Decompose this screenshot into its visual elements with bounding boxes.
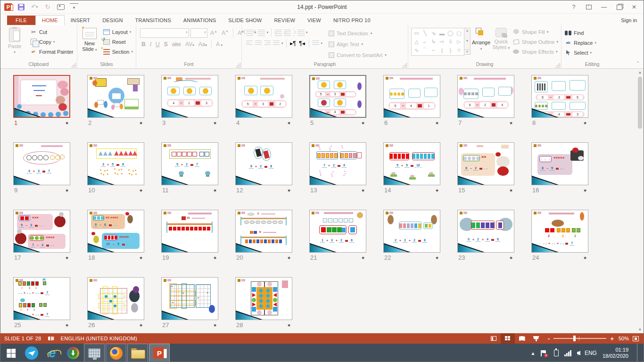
slide-thumbnail-14[interactable]: 5+51014★	[383, 142, 440, 194]
tab-design[interactable]: DESIGN	[96, 16, 129, 25]
volume-icon[interactable]: )	[577, 351, 579, 355]
idm[interactable]	[63, 344, 83, 362]
curve-icon[interactable]: ～	[429, 46, 438, 54]
select-button[interactable]: Select▾	[564, 49, 596, 57]
slide-thumbnail-6[interactable]: 5−416★	[383, 75, 440, 126]
sorter-scrollbar[interactable]: ▲ ▼	[636, 69, 644, 333]
section-button[interactable]: Section▾	[103, 48, 133, 56]
language-indicator[interactable]: ENGLISH (UNITED KINGDOM)	[57, 336, 141, 341]
tab-view[interactable]: VIEW	[301, 16, 327, 25]
right-arrow-icon[interactable]: ⇨	[438, 38, 446, 46]
convert-to-smartart-button[interactable]: Convert to SmartArt▾	[329, 50, 387, 59]
scroll-down-icon[interactable]: ▼	[638, 326, 642, 333]
italic-button[interactable]: I	[149, 41, 153, 48]
restore-button[interactable]	[612, 2, 626, 12]
font-color-button[interactable]: A ▾	[215, 41, 224, 48]
slide-thumbnail-5[interactable]: 5−34−45★	[309, 75, 366, 126]
zoom-slider[interactable]	[553, 338, 606, 339]
decrease-indent-button[interactable]	[274, 29, 282, 36]
tab-nitro-pro-10[interactable]: NITRO PRO 10	[327, 16, 377, 25]
ribbon-display-options-button[interactable]	[582, 2, 595, 12]
slide-thumbnail-21[interactable]: 1+3+2621★	[309, 210, 366, 261]
elbow-arrow-connector-icon[interactable]: ↳	[429, 38, 438, 46]
undo-dropdown-icon[interactable]: ▾	[36, 5, 38, 9]
zoom-percentage[interactable]: 50%	[619, 336, 631, 341]
on-screen-keyboard[interactable]	[84, 344, 105, 362]
shape-outline-button[interactable]: Shape Outline▾	[512, 38, 558, 46]
layout-button[interactable]: Layout▾	[103, 28, 133, 36]
quick-styles-button[interactable]: QuickStyles ▾	[492, 26, 511, 60]
battery-icon[interactable]	[554, 350, 559, 356]
slide-thumbnail-3[interactable]: 4−133★	[161, 75, 218, 126]
slide-thumbnail-13[interactable]: 7+2913★	[309, 142, 366, 194]
elbow-connector-icon[interactable]: ⌐	[421, 38, 429, 46]
shapes-gallery-scrollbar[interactable]: ▲▼▾	[464, 28, 471, 55]
slide-sorter-view-button[interactable]	[501, 333, 515, 344]
bold-button[interactable]: B	[140, 41, 147, 48]
action-center-icon[interactable]: ✕	[541, 350, 546, 356]
slide-thumbnail-12[interactable]: 6+2812★	[235, 142, 292, 194]
tab-insert[interactable]: INSERT	[65, 16, 96, 25]
help-button[interactable]: ?	[567, 2, 580, 12]
slide-thumbnail-1[interactable]: 1★	[13, 75, 70, 126]
line-icon[interactable]: ╲	[421, 29, 429, 37]
file-explorer[interactable]	[127, 344, 148, 362]
tab-home[interactable]: HOME	[35, 15, 65, 25]
zoom-in-button[interactable]: +	[610, 335, 614, 342]
text-shadow-button[interactable]: S	[163, 41, 169, 48]
star-icon[interactable]: ☆	[455, 46, 463, 54]
powerpoint-app-icon[interactable]: P	[4, 3, 12, 11]
slide-thumbnail-8[interactable]: 8−357−438★	[531, 75, 588, 126]
show-desktop-button[interactable]	[637, 344, 640, 362]
slide-counter[interactable]: SLIDE 1 OF 28	[0, 336, 45, 341]
slide-thumbnail-16[interactable]: ×××××8−5 16★	[531, 142, 588, 194]
right-brace-icon[interactable]: }	[446, 46, 454, 54]
copy-button[interactable]: Copy▾	[30, 38, 74, 46]
columns-button[interactable]	[312, 40, 320, 47]
slide-thumbnail-10[interactable]: 3+5810★	[87, 142, 144, 194]
close-button[interactable]: ✕	[627, 2, 641, 12]
slide-thumbnail-4[interactable]: 5−324★	[235, 75, 292, 126]
slide-thumbnail-11[interactable]: 5+2711★	[161, 142, 218, 194]
reading-view-button[interactable]	[515, 333, 529, 344]
fit-to-window-button[interactable]	[633, 336, 639, 341]
tab-transitions[interactable]: TRANSITIONS	[129, 16, 177, 25]
zoom-out-button[interactable]: -	[548, 335, 550, 342]
slide-thumbnail-2[interactable]: 2★	[87, 75, 144, 126]
text-direction-button[interactable]: Text Direction▾	[329, 29, 387, 38]
justify-button[interactable]	[272, 40, 280, 47]
change-case-button[interactable]: Aa▾	[197, 41, 208, 48]
grow-font-button[interactable]: A▲	[209, 30, 219, 36]
proofing-icon[interactable]	[48, 336, 54, 341]
line-arrow-icon[interactable]: ⇘	[429, 29, 438, 37]
font-dialog-launcher[interactable]	[236, 63, 240, 67]
font-name-combobox[interactable]	[140, 28, 189, 38]
firefox[interactable]	[106, 344, 126, 362]
scribble-icon[interactable]: ∿	[413, 46, 421, 54]
slide-thumbnail-20[interactable]: 5820★	[235, 210, 292, 261]
zoom-slider-thumb[interactable]	[573, 336, 576, 341]
shape-fill-button[interactable]: Shape Fill▾	[512, 28, 558, 36]
replace-button[interactable]: abReplace▾	[564, 39, 596, 47]
arc-icon[interactable]: ⌒	[421, 46, 429, 54]
network-signal-icon[interactable]	[564, 350, 571, 356]
telegram[interactable]	[21, 344, 42, 362]
tab-slide-show[interactable]: SLIDE SHOW	[222, 16, 268, 25]
powerpoint[interactable]: P	[149, 344, 170, 362]
slide-thumbnail-25[interactable]: 431 + + 7343 + + 725★	[13, 277, 70, 329]
shrink-font-button[interactable]: A▼	[220, 30, 230, 36]
find-button[interactable]: Find	[564, 29, 596, 37]
clock[interactable]: 01:1918/02/2020	[603, 347, 628, 359]
slide-thumbnail-18[interactable]: ×× ××××9−6 ×××××10−5 18★	[87, 210, 144, 261]
align-text-button[interactable]: Align Text▾	[329, 40, 387, 49]
slide-thumbnail-26[interactable]: 26★	[87, 277, 144, 329]
collapse-ribbon-button[interactable]: ⌃	[636, 61, 640, 66]
slide-thumbnail-23[interactable]: 0+2+4623★	[457, 210, 514, 261]
format-painter-button[interactable]: ✒Format Painter	[30, 48, 74, 56]
slide-thumbnail-17[interactable]: ×××5−3 ××××7−4 17★	[13, 210, 70, 261]
bullets-button[interactable]	[246, 29, 253, 36]
numbering-button[interactable]	[258, 29, 265, 36]
cut-button[interactable]: ✂Cut	[30, 28, 74, 36]
align-left-button[interactable]	[246, 40, 253, 47]
rounded-rectangle-icon[interactable]: ▢	[455, 29, 463, 37]
